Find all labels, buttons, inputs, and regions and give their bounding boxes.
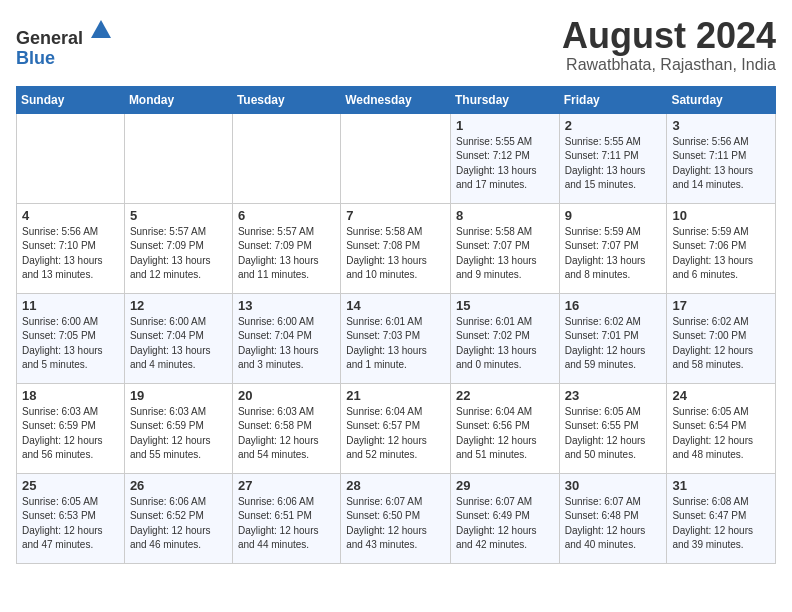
calendar-week-5: 25Sunrise: 6:05 AMSunset: 6:53 PMDayligh… <box>17 473 776 563</box>
day-number: 3 <box>672 118 770 133</box>
weekday-header-sunday: Sunday <box>17 86 125 113</box>
calendar-cell: 20Sunrise: 6:03 AMSunset: 6:58 PMDayligh… <box>232 383 340 473</box>
day-number: 20 <box>238 388 335 403</box>
logo-blue-text: Blue <box>16 49 115 69</box>
day-number: 23 <box>565 388 662 403</box>
calendar-cell: 31Sunrise: 6:08 AMSunset: 6:47 PMDayligh… <box>667 473 776 563</box>
day-info: Sunrise: 6:05 AMSunset: 6:54 PMDaylight:… <box>672 405 770 463</box>
weekday-header-friday: Friday <box>559 86 667 113</box>
weekday-header-row: SundayMondayTuesdayWednesdayThursdayFrid… <box>17 86 776 113</box>
calendar-cell: 27Sunrise: 6:06 AMSunset: 6:51 PMDayligh… <box>232 473 340 563</box>
day-info: Sunrise: 6:05 AMSunset: 6:55 PMDaylight:… <box>565 405 662 463</box>
calendar-cell: 22Sunrise: 6:04 AMSunset: 6:56 PMDayligh… <box>450 383 559 473</box>
day-number: 30 <box>565 478 662 493</box>
day-number: 28 <box>346 478 445 493</box>
day-number: 2 <box>565 118 662 133</box>
calendar-week-4: 18Sunrise: 6:03 AMSunset: 6:59 PMDayligh… <box>17 383 776 473</box>
day-number: 1 <box>456 118 554 133</box>
calendar-cell: 26Sunrise: 6:06 AMSunset: 6:52 PMDayligh… <box>124 473 232 563</box>
day-number: 8 <box>456 208 554 223</box>
calendar-cell: 8Sunrise: 5:58 AMSunset: 7:07 PMDaylight… <box>450 203 559 293</box>
calendar-cell: 24Sunrise: 6:05 AMSunset: 6:54 PMDayligh… <box>667 383 776 473</box>
calendar-cell: 21Sunrise: 6:04 AMSunset: 6:57 PMDayligh… <box>341 383 451 473</box>
calendar-cell <box>17 113 125 203</box>
day-number: 14 <box>346 298 445 313</box>
calendar-cell: 30Sunrise: 6:07 AMSunset: 6:48 PMDayligh… <box>559 473 667 563</box>
calendar-cell: 11Sunrise: 6:00 AMSunset: 7:05 PMDayligh… <box>17 293 125 383</box>
day-number: 22 <box>456 388 554 403</box>
calendar-cell: 6Sunrise: 5:57 AMSunset: 7:09 PMDaylight… <box>232 203 340 293</box>
day-info: Sunrise: 6:06 AMSunset: 6:52 PMDaylight:… <box>130 495 227 553</box>
calendar-cell: 10Sunrise: 5:59 AMSunset: 7:06 PMDayligh… <box>667 203 776 293</box>
calendar-cell: 19Sunrise: 6:03 AMSunset: 6:59 PMDayligh… <box>124 383 232 473</box>
day-info: Sunrise: 5:55 AMSunset: 7:12 PMDaylight:… <box>456 135 554 193</box>
calendar-cell: 16Sunrise: 6:02 AMSunset: 7:01 PMDayligh… <box>559 293 667 383</box>
day-info: Sunrise: 5:58 AMSunset: 7:08 PMDaylight:… <box>346 225 445 283</box>
day-number: 21 <box>346 388 445 403</box>
day-info: Sunrise: 6:01 AMSunset: 7:03 PMDaylight:… <box>346 315 445 373</box>
day-number: 4 <box>22 208 119 223</box>
day-number: 17 <box>672 298 770 313</box>
weekday-header-monday: Monday <box>124 86 232 113</box>
day-info: Sunrise: 5:56 AMSunset: 7:11 PMDaylight:… <box>672 135 770 193</box>
calendar-cell: 29Sunrise: 6:07 AMSunset: 6:49 PMDayligh… <box>450 473 559 563</box>
calendar-cell: 25Sunrise: 6:05 AMSunset: 6:53 PMDayligh… <box>17 473 125 563</box>
calendar-week-2: 4Sunrise: 5:56 AMSunset: 7:10 PMDaylight… <box>17 203 776 293</box>
day-info: Sunrise: 6:07 AMSunset: 6:48 PMDaylight:… <box>565 495 662 553</box>
day-number: 12 <box>130 298 227 313</box>
logo-icon <box>87 16 115 44</box>
logo: General Blue <box>16 16 115 69</box>
day-number: 7 <box>346 208 445 223</box>
weekday-header-tuesday: Tuesday <box>232 86 340 113</box>
calendar-cell: 9Sunrise: 5:59 AMSunset: 7:07 PMDaylight… <box>559 203 667 293</box>
day-info: Sunrise: 5:57 AMSunset: 7:09 PMDaylight:… <box>238 225 335 283</box>
calendar-cell: 5Sunrise: 5:57 AMSunset: 7:09 PMDaylight… <box>124 203 232 293</box>
calendar-week-3: 11Sunrise: 6:00 AMSunset: 7:05 PMDayligh… <box>17 293 776 383</box>
calendar-cell: 18Sunrise: 6:03 AMSunset: 6:59 PMDayligh… <box>17 383 125 473</box>
day-info: Sunrise: 5:55 AMSunset: 7:11 PMDaylight:… <box>565 135 662 193</box>
day-info: Sunrise: 6:02 AMSunset: 7:01 PMDaylight:… <box>565 315 662 373</box>
day-info: Sunrise: 5:59 AMSunset: 7:07 PMDaylight:… <box>565 225 662 283</box>
calendar-cell: 1Sunrise: 5:55 AMSunset: 7:12 PMDaylight… <box>450 113 559 203</box>
location: Rawatbhata, Rajasthan, India <box>562 56 776 74</box>
day-info: Sunrise: 6:01 AMSunset: 7:02 PMDaylight:… <box>456 315 554 373</box>
day-info: Sunrise: 6:03 AMSunset: 6:59 PMDaylight:… <box>130 405 227 463</box>
month-year: August 2024 <box>562 16 776 56</box>
page-header: General Blue August 2024 Rawatbhata, Raj… <box>16 16 776 74</box>
calendar-cell: 12Sunrise: 6:00 AMSunset: 7:04 PMDayligh… <box>124 293 232 383</box>
day-info: Sunrise: 5:59 AMSunset: 7:06 PMDaylight:… <box>672 225 770 283</box>
weekday-header-saturday: Saturday <box>667 86 776 113</box>
calendar-cell <box>232 113 340 203</box>
day-number: 29 <box>456 478 554 493</box>
day-info: Sunrise: 6:06 AMSunset: 6:51 PMDaylight:… <box>238 495 335 553</box>
calendar-cell: 3Sunrise: 5:56 AMSunset: 7:11 PMDaylight… <box>667 113 776 203</box>
day-number: 10 <box>672 208 770 223</box>
weekday-header-thursday: Thursday <box>450 86 559 113</box>
day-info: Sunrise: 5:57 AMSunset: 7:09 PMDaylight:… <box>130 225 227 283</box>
day-info: Sunrise: 6:04 AMSunset: 6:56 PMDaylight:… <box>456 405 554 463</box>
day-number: 16 <box>565 298 662 313</box>
day-number: 9 <box>565 208 662 223</box>
logo-general-text: General <box>16 28 83 48</box>
day-info: Sunrise: 6:07 AMSunset: 6:49 PMDaylight:… <box>456 495 554 553</box>
day-number: 5 <box>130 208 227 223</box>
day-number: 18 <box>22 388 119 403</box>
day-info: Sunrise: 6:00 AMSunset: 7:05 PMDaylight:… <box>22 315 119 373</box>
day-info: Sunrise: 6:08 AMSunset: 6:47 PMDaylight:… <box>672 495 770 553</box>
calendar-cell: 23Sunrise: 6:05 AMSunset: 6:55 PMDayligh… <box>559 383 667 473</box>
title-block: August 2024 Rawatbhata, Rajasthan, India <box>562 16 776 74</box>
day-number: 13 <box>238 298 335 313</box>
calendar-cell <box>341 113 451 203</box>
day-info: Sunrise: 5:56 AMSunset: 7:10 PMDaylight:… <box>22 225 119 283</box>
day-info: Sunrise: 5:58 AMSunset: 7:07 PMDaylight:… <box>456 225 554 283</box>
day-info: Sunrise: 6:03 AMSunset: 6:58 PMDaylight:… <box>238 405 335 463</box>
calendar-cell <box>124 113 232 203</box>
calendar-cell: 4Sunrise: 5:56 AMSunset: 7:10 PMDaylight… <box>17 203 125 293</box>
day-info: Sunrise: 6:04 AMSunset: 6:57 PMDaylight:… <box>346 405 445 463</box>
calendar-week-1: 1Sunrise: 5:55 AMSunset: 7:12 PMDaylight… <box>17 113 776 203</box>
day-info: Sunrise: 6:03 AMSunset: 6:59 PMDaylight:… <box>22 405 119 463</box>
calendar-cell: 15Sunrise: 6:01 AMSunset: 7:02 PMDayligh… <box>450 293 559 383</box>
calendar-cell: 28Sunrise: 6:07 AMSunset: 6:50 PMDayligh… <box>341 473 451 563</box>
day-number: 26 <box>130 478 227 493</box>
day-number: 11 <box>22 298 119 313</box>
